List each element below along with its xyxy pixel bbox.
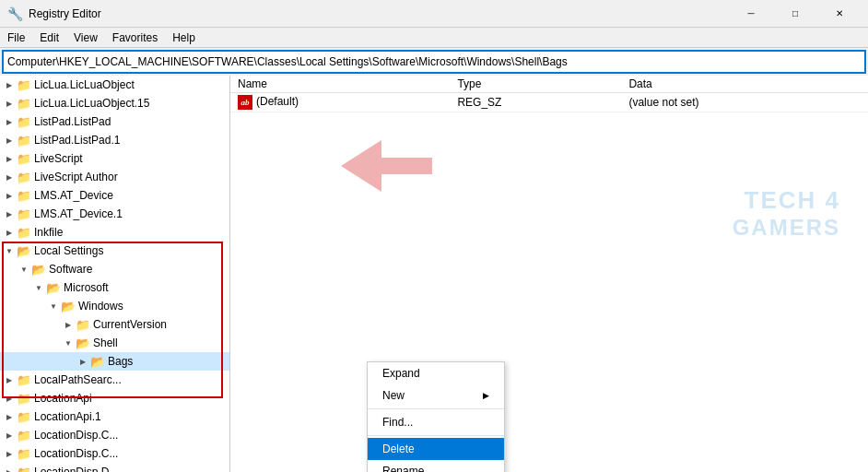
menu-separator [368, 435, 504, 436]
tree-item-livescript[interactable]: ▶📁LiveScript [0, 149, 229, 168]
menu-bar: File Edit View Favorites Help [0, 28, 868, 48]
context-menu-item-expand[interactable]: Expand [368, 362, 504, 384]
tree-item-label: LicLua.LicLuaObject.15 [34, 97, 149, 110]
expander-icon: ▶ [2, 151, 17, 166]
expander-icon: ▶ [2, 391, 17, 406]
context-menu-label: New [382, 389, 405, 402]
expander-icon: ▶ [2, 372, 17, 387]
tree-item-label: LocationApi.1 [34, 410, 101, 423]
context-menu-item-rename[interactable]: Rename [368, 460, 504, 472]
tree-item-licluaobj[interactable]: ▶📁LicLua.LicLuaObject [0, 76, 229, 94]
folder-icon: 📁 [76, 318, 90, 332]
folder-icon: 📂 [46, 281, 61, 295]
tree-item-label: Inkfile [34, 226, 63, 239]
expander-icon: ▼ [61, 336, 76, 350]
tree-item-bags[interactable]: ▶📂Bags [0, 352, 229, 371]
right-panel: Name Type Data ab(Default)REG_SZ(value n… [230, 76, 868, 472]
tree-item-microsoft[interactable]: ▼📂Microsoft [0, 278, 229, 297]
tree-item-label: ListPad.ListPad [34, 115, 111, 128]
folder-icon: 📂 [76, 336, 90, 350]
tree-item-label: LMS.AT_Device [34, 189, 113, 202]
tree-item-licluaobj15[interactable]: ▶📁LicLua.LicLuaObject.15 [0, 94, 229, 112]
expander-icon: ▶ [61, 317, 76, 332]
tree-item-label: LocationDisp.C... [34, 447, 118, 460]
context-menu-item-find[interactable]: Find... [368, 411, 504, 433]
tree-item-locationdispc[interactable]: ▶📁LocationDisp.C... [0, 426, 229, 444]
tree-item-label: Software [49, 263, 92, 276]
expander-icon: ▶ [2, 428, 17, 442]
expander-icon: ▼ [46, 299, 61, 313]
watermark-line1: TECH 4 [733, 186, 840, 215]
tree-item-currentversion[interactable]: ▶📁CurrentVersion [0, 315, 229, 334]
folder-icon: 📁 [17, 189, 31, 203]
context-menu: ExpandNew▶Find...DeleteRenameExportPermi… [367, 361, 505, 472]
tree-item-locationapi1[interactable]: ▶📁LocationApi.1 [0, 407, 229, 426]
expander-icon: ▶ [2, 96, 17, 111]
context-menu-label: Delete [382, 442, 415, 455]
submenu-arrow-icon: ▶ [483, 391, 489, 400]
folder-icon: 📁 [17, 466, 31, 473]
tree-item-label: LocalPathSearc... [34, 373, 122, 386]
col-type: Type [450, 76, 621, 93]
tree-item-listpad[interactable]: ▶📁ListPad.ListPad [0, 112, 229, 131]
maximize-button[interactable]: □ [774, 0, 816, 28]
tree-item-label: LocationDisp.C... [34, 429, 118, 442]
tree-item-locationdispc2[interactable]: ▶📁LocationDisp.C... [0, 444, 229, 463]
cell-name: ab(Default) [230, 93, 450, 112]
folder-icon: 📁 [17, 447, 31, 461]
expander-icon: ▶ [2, 465, 17, 472]
tree-item-lmsatdevice[interactable]: ▶📁LMS.AT_Device [0, 186, 229, 205]
tree-item-label: Windows [78, 300, 123, 313]
watermark-line2: GAMERS [733, 215, 840, 241]
tree-item-livescriptauthor[interactable]: ▶📁LiveScript Author [0, 168, 229, 186]
tree-item-lmsatdevice1[interactable]: ▶📁LMS.AT_Device.1 [0, 205, 229, 223]
context-menu-item-delete[interactable]: Delete [368, 438, 504, 460]
tree-item-label: Local Settings [34, 244, 103, 257]
menu-edit[interactable]: Edit [32, 30, 66, 46]
menu-view[interactable]: View [66, 30, 105, 46]
close-button[interactable]: ✕ [818, 0, 861, 28]
tree-item-locationapi[interactable]: ▶📁LocationApi [0, 389, 229, 407]
tree-item-localpathsearch[interactable]: ▶📁LocalPathSearc... [0, 371, 229, 389]
folder-icon: 📂 [17, 244, 31, 258]
folder-icon: 📂 [61, 300, 76, 313]
folder-icon: 📁 [17, 226, 31, 240]
tree-item-locationdispd[interactable]: ▶📁LocationDisp.D... [0, 463, 229, 472]
folder-icon: 📁 [17, 171, 31, 184]
tree-item-label: Microsoft [64, 281, 109, 294]
address-text: Computer\HKEY_LOCAL_MACHINE\SOFTWARE\Cla… [7, 55, 861, 68]
minimize-button[interactable]: ─ [730, 0, 772, 28]
folder-icon: 📁 [17, 78, 31, 92]
folder-icon: 📁 [17, 429, 31, 442]
context-menu-label: Find... [382, 416, 413, 429]
tree-item-label: LicLua.LicLuaObject [34, 78, 135, 91]
folder-icon: 📁 [17, 134, 31, 148]
menu-favorites[interactable]: Favorites [105, 30, 165, 46]
expander-icon: ▼ [2, 243, 17, 258]
table-row[interactable]: ab(Default)REG_SZ(value not set) [230, 93, 868, 112]
context-menu-label: Expand [382, 367, 420, 380]
tree-item-inkfile[interactable]: ▶📁Inkfile [0, 223, 229, 242]
tree-item-localsettings[interactable]: ▼📂Local Settings [0, 242, 229, 260]
tree-panel[interactable]: ▶📁LicLua.LicLuaObject▶📁LicLua.LicLuaObje… [0, 76, 230, 472]
menu-file[interactable]: File [0, 30, 32, 46]
expander-icon: ▶ [2, 409, 17, 424]
tree-item-shell[interactable]: ▼📂Shell [0, 334, 229, 352]
address-bar[interactable]: Computer\HKEY_LOCAL_MACHINE\SOFTWARE\Cla… [2, 50, 866, 74]
tree-item-listpad1[interactable]: ▶📁ListPad.ListPad.1 [0, 131, 229, 149]
folder-icon: 📁 [17, 392, 31, 406]
tree-item-label: LiveScript Author [34, 171, 118, 183]
tree-item-label: LiveScript [34, 152, 83, 165]
context-menu-item-new[interactable]: New▶ [368, 384, 504, 407]
tree-item-label: ListPad.ListPad.1 [34, 134, 120, 147]
tree-item-label: LocationApi [34, 392, 92, 405]
tree-item-windows[interactable]: ▼📂Windows [0, 297, 229, 315]
expander-icon: ▶ [76, 354, 90, 369]
folder-icon: 📁 [17, 373, 31, 387]
menu-help[interactable]: Help [165, 30, 203, 46]
tree-item-label: Shell [93, 336, 118, 349]
tree-item-software[interactable]: ▼📂Software [0, 260, 229, 278]
expander-icon: ▶ [2, 225, 17, 240]
cell-type: REG_SZ [450, 93, 621, 112]
context-menu-label: Rename [382, 465, 424, 472]
